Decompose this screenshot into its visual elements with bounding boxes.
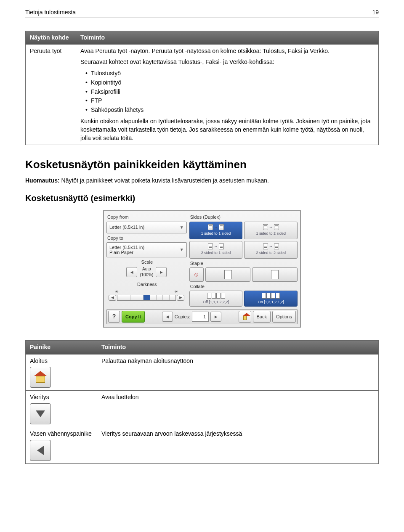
collate-off-button[interactable]: Off [1,1,1,2,2,2] bbox=[189, 291, 243, 307]
para2: Seuraavat kohteet ovat käytettävissä Tul… bbox=[80, 58, 374, 66]
home-button-icon-box bbox=[30, 367, 51, 388]
collate-opt-label: Off [1,1,1,2,2,2] bbox=[203, 299, 229, 305]
note: Huomautus: Näytöt ja painikkeet voivat p… bbox=[25, 177, 379, 185]
button-cell: Aloitus bbox=[26, 354, 97, 391]
copy-to-label: Copy to bbox=[107, 235, 187, 241]
sides-1to1-button[interactable]: → 1 sided to 1 sided bbox=[189, 222, 243, 239]
list-item: Faksiprofiili bbox=[85, 88, 374, 96]
home-icon bbox=[34, 371, 47, 384]
button-desc: Avaa luettelon bbox=[97, 391, 379, 427]
page-header: Tietoja tulostimesta 19 bbox=[25, 8, 379, 18]
arrow-left-icon: ◄ bbox=[130, 269, 134, 275]
bottom-bar: ? Copy It ◄ Copies: 1 ► Back Options bbox=[106, 309, 298, 324]
table-row: Aloitus Palauttaa näkymän aloitusnäyttöö… bbox=[26, 354, 379, 391]
table1-col1: Näytön kohde bbox=[26, 31, 76, 45]
touchscreen-example: Copy from Letter (8.5x11 in) ▼ Copy to L… bbox=[25, 210, 379, 328]
section-heading: Kosketusnäytön painikkeiden käyttäminen bbox=[25, 157, 379, 172]
sides-opt-label: 2 sided to 1 sided bbox=[201, 250, 231, 256]
header-title: Tietoja tulostimesta bbox=[25, 8, 76, 17]
button-cell: Vasen vähennyspainike bbox=[26, 427, 97, 464]
staple-off-button[interactable]: ⦸ bbox=[189, 267, 204, 282]
button-desc: Palauttaa näkymän aloitusnäyttöön bbox=[97, 354, 379, 391]
copy-from-label: Copy from bbox=[107, 214, 187, 220]
sides-2to2-button[interactable]: → 2 sided to 2 sided bbox=[244, 241, 298, 259]
buttons-table: Painike Toiminto Aloitus Palauttaa näkym… bbox=[25, 340, 379, 463]
sides-label: Sides (Duplex) bbox=[190, 214, 298, 220]
button-cell: Vieritys bbox=[26, 391, 97, 427]
scroll-button-icon-box bbox=[30, 403, 51, 424]
copy-from-value: Letter (8.5x11 in) bbox=[109, 224, 144, 230]
staple-opt1-button[interactable] bbox=[205, 267, 251, 282]
copies-label: Copies: bbox=[175, 314, 190, 320]
table2-col1: Painike bbox=[26, 341, 97, 355]
left-decrease-button-icon-box bbox=[30, 440, 51, 461]
copies-decrease-button[interactable]: ◄ bbox=[162, 312, 173, 322]
scale-increase-button[interactable]: ► bbox=[156, 267, 167, 277]
button-name: Vasen vähennyspainike bbox=[30, 430, 93, 438]
copy-it-button[interactable]: Copy It bbox=[122, 311, 145, 323]
row-content: Avaa Peruuta työt -näytön. Peruuta työt … bbox=[76, 45, 379, 145]
scale-value: Auto (100%) bbox=[140, 266, 153, 278]
scale-decrease-button[interactable]: ◄ bbox=[126, 267, 137, 277]
sides-1to2-button[interactable]: → 1 sided to 2 sided bbox=[244, 222, 298, 239]
bullet-list: Tulostustyö Kopiointityö Faksiprofiili F… bbox=[80, 66, 374, 117]
table-row: Peruuta työt Avaa Peruuta työt -näytön. … bbox=[26, 45, 379, 145]
none-icon: ⦸ bbox=[194, 270, 198, 279]
button-name: Vieritys bbox=[30, 393, 93, 402]
copies-increase-button[interactable]: ► bbox=[210, 312, 221, 322]
row-label: Peruuta työt bbox=[26, 45, 76, 145]
chevron-down-icon bbox=[36, 410, 45, 417]
copy-to-line1: Letter (8.5x11 in) bbox=[109, 245, 144, 250]
sides-opt-label: 1 sided to 2 sided bbox=[256, 231, 286, 236]
display-items-table: Näytön kohde Toiminto Peruuta työt Avaa … bbox=[25, 31, 379, 146]
darkness-label: Darkness bbox=[137, 281, 157, 288]
arrow-left-icon bbox=[37, 446, 44, 455]
help-button[interactable]: ? bbox=[108, 311, 120, 323]
copies-field[interactable]: 1 bbox=[192, 312, 209, 322]
subsection-heading: Kosketusnäyttö (esimerkki) bbox=[25, 192, 379, 204]
button-desc: Vieritys seuraavaan arvoon laskevassa jä… bbox=[97, 427, 379, 464]
staple-opt2-button[interactable] bbox=[252, 267, 298, 282]
darkness-decrease-button[interactable]: ◄ bbox=[109, 295, 116, 301]
scale-label: Scale bbox=[107, 259, 187, 265]
copy-from-dropdown[interactable]: Letter (8.5x11 in) ▼ bbox=[106, 222, 187, 233]
para3: Kunkin otsikon alapuolella on työluettel… bbox=[80, 117, 374, 142]
home-button[interactable] bbox=[239, 311, 251, 323]
back-button[interactable]: Back bbox=[253, 311, 271, 323]
list-item: Sähköpostin lähetys bbox=[85, 106, 374, 114]
collate-label: Collate bbox=[190, 283, 298, 290]
note-label: Huomautus: bbox=[25, 177, 60, 184]
chevron-down-icon: ▼ bbox=[180, 247, 184, 253]
sides-opt-label: 2 sided to 2 sided bbox=[256, 250, 286, 256]
table-row: Vasen vähennyspainike Vieritys seuraavaa… bbox=[26, 427, 379, 464]
sides-opt-label: 1 sided to 1 sided bbox=[201, 231, 231, 236]
table2-col2: Toiminto bbox=[97, 341, 379, 355]
chevron-down-icon: ▼ bbox=[180, 225, 184, 230]
copy-to-line2: Plain Paper bbox=[109, 250, 133, 255]
arrow-right-icon: ► bbox=[159, 269, 164, 275]
options-button[interactable]: Options bbox=[272, 311, 296, 323]
darkness-increase-button[interactable]: ► bbox=[177, 295, 184, 301]
button-name: Aloitus bbox=[30, 357, 93, 365]
question-icon: ? bbox=[112, 312, 116, 321]
table1-col2: Toiminto bbox=[76, 31, 379, 45]
collate-opt-label: On [1,2,1,2,1,2] bbox=[258, 299, 284, 305]
page-number: 19 bbox=[372, 8, 379, 17]
collate-on-button[interactable]: On [1,2,1,2,1,2] bbox=[244, 291, 298, 307]
sun-bright-icon: ☀ bbox=[174, 289, 178, 295]
para1: Avaa Peruuta työt -näytön. Peruuta työt … bbox=[80, 47, 374, 56]
staple-label: Staple bbox=[190, 260, 298, 267]
list-item: Kopiointityö bbox=[85, 79, 374, 87]
darkness-slider[interactable] bbox=[117, 295, 176, 301]
list-item: Tulostustyö bbox=[85, 69, 374, 78]
sun-dim-icon: ☀ bbox=[115, 289, 119, 295]
note-text: Näytöt ja painikkeet voivat poiketa kuvi… bbox=[60, 177, 269, 184]
list-item: FTP bbox=[85, 97, 374, 105]
home-icon bbox=[242, 313, 247, 320]
sides-2to1-button[interactable]: → 2 sided to 1 sided bbox=[189, 241, 243, 259]
table-row: Vieritys Avaa luettelon bbox=[26, 391, 379, 427]
touchscreen: Copy from Letter (8.5x11 in) ▼ Copy to L… bbox=[103, 210, 301, 328]
copy-to-dropdown[interactable]: Letter (8.5x11 in) Plain Paper ▼ bbox=[106, 242, 187, 257]
